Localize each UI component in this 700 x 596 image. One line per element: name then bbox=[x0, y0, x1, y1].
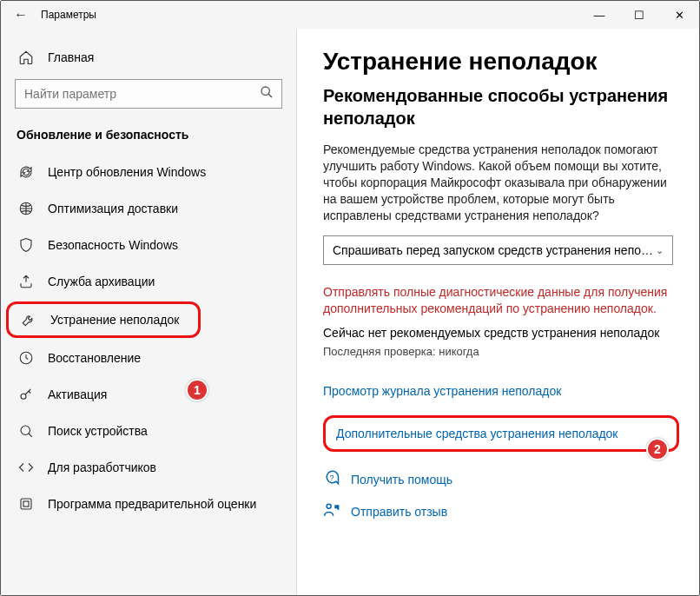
svg-text:?: ? bbox=[329, 473, 333, 482]
dropdown-value: Спрашивать перед запуском средств устран… bbox=[333, 243, 656, 257]
feedback-icon bbox=[323, 501, 340, 521]
sidebar-item-insider[interactable]: Программа предварительной оценки bbox=[1, 486, 296, 522]
sidebar-item-windows-update[interactable]: Центр обновления Windows bbox=[1, 154, 296, 190]
svg-rect-7 bbox=[21, 499, 31, 509]
diagnostic-warning[interactable]: Отправлять полные диагностические данные… bbox=[323, 284, 673, 317]
feedback-link[interactable]: Отправить отзыв bbox=[323, 501, 673, 521]
home-label: Главная bbox=[48, 50, 94, 64]
description-text: Рекомендуемые средства устранения непола… bbox=[323, 142, 673, 223]
annotation-badge-1: 1 bbox=[186, 379, 208, 401]
additional-troubleshooters-highlight: Дополнительные средства устранения непол… bbox=[323, 415, 679, 452]
search-box[interactable] bbox=[15, 79, 282, 109]
svg-rect-8 bbox=[23, 501, 29, 507]
sidebar-item-find-device[interactable]: Поиск устройства bbox=[1, 413, 296, 449]
code-icon bbox=[18, 460, 34, 475]
help-icon: ? bbox=[323, 469, 340, 489]
section-title: Обновление и безопасность bbox=[1, 121, 296, 154]
status-text: Сейчас нет рекомендуемых средств устране… bbox=[323, 326, 673, 340]
sidebar-item-label: Оптимизация доставки bbox=[48, 202, 178, 215]
svg-point-0 bbox=[261, 87, 269, 95]
search-icon bbox=[252, 85, 281, 103]
svg-line-1 bbox=[268, 94, 272, 97]
main-content: Устранение неполадок Рекомендованные спо… bbox=[296, 29, 699, 595]
troubleshoot-mode-dropdown[interactable]: Спрашивать перед запуском средств устран… bbox=[323, 235, 673, 265]
insider-icon bbox=[18, 496, 34, 512]
shield-icon bbox=[18, 237, 34, 253]
home-icon bbox=[18, 50, 34, 65]
feedback-label: Отправить отзыв bbox=[351, 505, 447, 519]
backup-icon bbox=[18, 274, 34, 289]
sidebar-item-label: Активация bbox=[48, 387, 107, 401]
sidebar-item-recovery[interactable]: Восстановление bbox=[1, 340, 296, 376]
window-title: Параметры bbox=[41, 9, 96, 21]
help-label: Получить помощь bbox=[351, 473, 452, 487]
sidebar-item-label: Поиск устройства bbox=[48, 424, 148, 438]
sidebar: Главная Обновление и безопасность Центр … bbox=[1, 29, 296, 595]
sidebar-item-backup[interactable]: Служба архивации bbox=[1, 263, 296, 300]
sidebar-item-windows-security[interactable]: Безопасность Windows bbox=[1, 227, 296, 263]
sidebar-item-troubleshoot[interactable]: Устранение неполадок bbox=[6, 301, 201, 338]
maximize-button[interactable]: ☐ bbox=[619, 1, 659, 29]
annotation-badge-2: 2 bbox=[646, 438, 669, 460]
location-icon bbox=[18, 423, 34, 439]
chevron-down-icon: ⌄ bbox=[656, 245, 664, 256]
sidebar-item-label: Для разработчиков bbox=[48, 460, 156, 474]
svg-point-4 bbox=[21, 394, 26, 399]
sidebar-item-delivery-optimization[interactable]: Оптимизация доставки bbox=[1, 190, 296, 227]
home-link[interactable]: Главная bbox=[1, 41, 296, 74]
delivery-icon bbox=[18, 201, 34, 216]
sidebar-item-activation[interactable]: Активация bbox=[1, 376, 296, 413]
sidebar-item-label: Безопасность Windows bbox=[48, 238, 178, 252]
title-bar: ← Параметры — ☐ ✕ bbox=[1, 1, 699, 29]
svg-point-10 bbox=[327, 505, 331, 509]
back-button[interactable]: ← bbox=[1, 7, 41, 23]
history-link[interactable]: Просмотр журнала устранения неполадок bbox=[323, 384, 673, 398]
sidebar-item-label: Центр обновления Windows bbox=[48, 165, 206, 179]
last-check-text: Последняя проверка: никогда bbox=[323, 345, 673, 358]
sidebar-item-developers[interactable]: Для разработчиков bbox=[1, 449, 296, 486]
minimize-button[interactable]: — bbox=[579, 1, 619, 29]
svg-point-5 bbox=[21, 426, 30, 435]
get-help-link[interactable]: ? Получить помощь bbox=[323, 469, 673, 489]
update-icon bbox=[18, 164, 34, 180]
close-button[interactable]: ✕ bbox=[659, 1, 699, 29]
sidebar-item-label: Восстановление bbox=[48, 351, 141, 365]
sidebar-item-label: Программа предварительной оценки bbox=[48, 497, 256, 511]
wrench-icon bbox=[21, 312, 36, 328]
sidebar-item-label: Служба архивации bbox=[48, 275, 155, 288]
key-icon bbox=[18, 387, 34, 402]
additional-troubleshooters-link[interactable]: Дополнительные средства устранения непол… bbox=[336, 427, 666, 440]
section-heading: Рекомендованные способы устранения непол… bbox=[323, 84, 673, 129]
recovery-icon bbox=[18, 350, 34, 366]
page-title: Устранение неполадок bbox=[323, 48, 673, 76]
svg-line-6 bbox=[29, 434, 32, 437]
search-input[interactable] bbox=[16, 87, 252, 101]
sidebar-item-label: Устранение неполадок bbox=[50, 313, 179, 327]
